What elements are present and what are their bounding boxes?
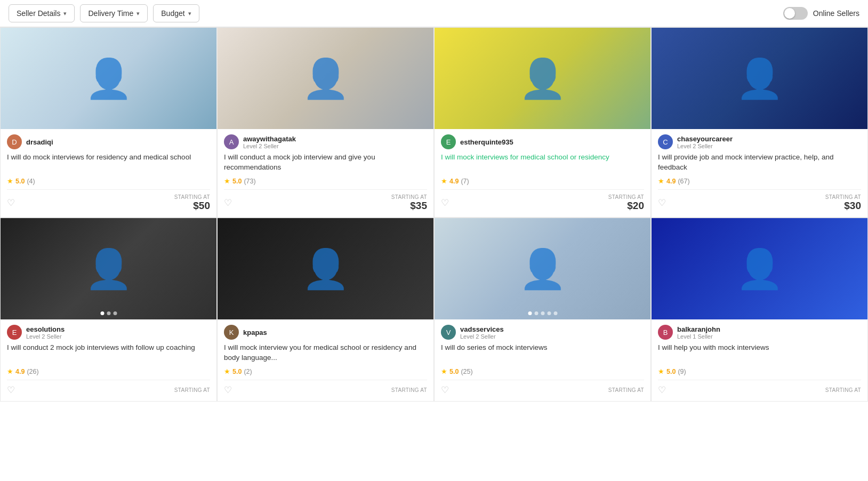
person-icon: 👤	[85, 246, 133, 292]
seller-level: Level 1 Seller	[677, 333, 720, 340]
carousel-dot-1	[534, 311, 538, 315]
gig-body: E estherquinte935 I will mock interviews…	[435, 129, 650, 217]
gig-title: I will mock interviews for medical schoo…	[441, 153, 644, 173]
gig-title: I will do series of mock interviews	[441, 343, 644, 363]
delivery-time-chevron-icon: ▾	[136, 10, 140, 17]
starting-at-label: STARTING AT	[608, 387, 644, 393]
gig-title: I will conduct 2 mock job interviews wit…	[7, 343, 210, 363]
seller-row: E estherquinte935	[441, 134, 644, 149]
review-count: (26)	[27, 368, 38, 375]
gig-card-5[interactable]: 👤 E eesolutions Level 2 Seller I will co…	[0, 218, 217, 402]
starting-at-label: STARTING AT	[174, 194, 210, 200]
favorite-button[interactable]: ♡	[7, 197, 15, 209]
seller-info: chaseyourcareer Level 2 Seller	[677, 135, 733, 149]
favorite-button[interactable]: ♡	[224, 384, 232, 396]
gig-footer: ♡ STARTING AT $20	[441, 189, 644, 212]
carousel-dot-3	[547, 311, 551, 315]
price-area: STARTING AT $30	[825, 194, 861, 212]
carousel-dot-0	[528, 311, 532, 315]
price-value: $35	[391, 200, 427, 212]
favorite-button[interactable]: ♡	[441, 197, 449, 209]
person-icon: 👤	[85, 56, 133, 101]
seller-level: Level 2 Seller	[677, 143, 733, 149]
gig-footer: ♡ STARTING AT $50	[7, 189, 210, 212]
seller-row: K kpapas	[224, 325, 427, 340]
seller-row: B balkaranjohn Level 1 Seller	[658, 325, 861, 340]
rating-row: ★ 4.9 (7)	[441, 177, 644, 185]
toggle-knob	[784, 8, 795, 19]
review-count: (7)	[461, 178, 469, 185]
rating-row: ★ 5.0 (25)	[441, 367, 644, 375]
seller-info: vadsservices Level 2 Seller	[460, 325, 504, 340]
avatar: V	[441, 325, 456, 340]
rating-row: ★ 5.0 (2)	[224, 367, 427, 375]
favorite-button[interactable]: ♡	[658, 384, 666, 396]
price-area: STARTING AT	[608, 387, 644, 393]
budget-filter[interactable]: Budget ▾	[153, 4, 199, 22]
seller-name: drsadiqi	[26, 138, 53, 146]
starting-at-label: STARTING AT	[825, 387, 861, 393]
gig-card-6[interactable]: 👤 K kpapas I will mock interview you for…	[217, 218, 434, 402]
carousel-dot-1	[107, 311, 110, 315]
favorite-button[interactable]: ♡	[7, 384, 15, 396]
gig-card-7[interactable]: 👤 V vadsservices Level 2 Seller I will d…	[434, 218, 651, 402]
price-area: STARTING AT	[391, 387, 427, 393]
starting-at-label: STARTING AT	[174, 387, 210, 393]
avatar: D	[7, 134, 22, 149]
online-sellers-toggle[interactable]	[783, 7, 808, 20]
gig-footer: ♡ STARTING AT	[658, 380, 861, 396]
gig-card-2[interactable]: 👤 A awaywithagatak Level 2 Seller I will…	[217, 27, 434, 218]
person-icon: 👤	[736, 246, 784, 292]
gig-image: 👤	[652, 218, 867, 319]
star-icon: ★	[441, 177, 447, 185]
gig-card-8[interactable]: 👤 B balkaranjohn Level 1 Seller I will h…	[651, 218, 868, 402]
carousel-dot-2	[113, 311, 117, 315]
gig-body: B balkaranjohn Level 1 Seller I will hel…	[652, 319, 867, 401]
gig-title: I will provide job and mock interview pr…	[658, 153, 861, 173]
avatar: E	[441, 134, 456, 149]
carousel-dot-0	[100, 311, 104, 315]
rating-row: ★ 4.9 (67)	[658, 177, 861, 185]
gig-card-3[interactable]: 👤 E estherquinte935 I will mock intervie…	[434, 27, 651, 218]
favorite-button[interactable]: ♡	[658, 197, 666, 209]
seller-info: kpapas	[243, 328, 267, 336]
gig-body: K kpapas I will mock interview you for m…	[218, 319, 433, 401]
carousel-dot-4	[553, 311, 557, 315]
gig-image: 👤	[435, 28, 650, 129]
star-icon: ★	[7, 367, 13, 375]
carousel-dots	[100, 311, 117, 315]
star-icon: ★	[224, 367, 230, 375]
rating-value: 4.9	[449, 178, 459, 185]
gig-footer: ♡ STARTING AT	[7, 380, 210, 396]
seller-level: Level 2 Seller	[26, 333, 65, 340]
price-value: $50	[174, 200, 210, 212]
filter-bar: Seller Details ▾ Delivery Time ▾ Budget …	[0, 0, 868, 27]
gig-card-4[interactable]: 👤 C chaseyourcareer Level 2 Seller I wil…	[651, 27, 868, 218]
gig-footer: ♡ STARTING AT $30	[658, 189, 861, 212]
starting-at-label: STARTING AT	[391, 194, 427, 200]
avatar: B	[658, 325, 673, 340]
favorite-button[interactable]: ♡	[441, 384, 449, 396]
gig-card-1[interactable]: 👤 D drsadiqi I will do mock interviews f…	[0, 27, 217, 218]
gig-body: V vadsservices Level 2 Seller I will do …	[435, 319, 650, 401]
star-icon: ★	[658, 367, 664, 375]
gig-body: E eesolutions Level 2 Seller I will cond…	[1, 319, 216, 401]
avatar: C	[658, 134, 673, 149]
rating-value: 4.9	[15, 368, 25, 375]
delivery-time-filter[interactable]: Delivery Time ▾	[80, 4, 148, 22]
favorite-button[interactable]: ♡	[224, 197, 232, 209]
gig-image: 👤	[652, 28, 867, 129]
starting-at-label: STARTING AT	[825, 194, 861, 200]
gig-body: D drsadiqi I will do mock interviews for…	[1, 129, 216, 217]
seller-details-chevron-icon: ▾	[63, 10, 67, 17]
review-count: (2)	[244, 368, 252, 375]
seller-details-filter[interactable]: Seller Details ▾	[9, 4, 75, 22]
seller-row: D drsadiqi	[7, 134, 210, 149]
seller-name: kpapas	[243, 328, 267, 336]
seller-info: balkaranjohn Level 1 Seller	[677, 325, 720, 340]
review-count: (25)	[461, 368, 472, 375]
budget-chevron-icon: ▾	[188, 10, 191, 17]
person-icon: 👤	[302, 246, 350, 292]
star-icon: ★	[7, 177, 13, 185]
gig-body: A awaywithagatak Level 2 Seller I will c…	[218, 129, 433, 217]
